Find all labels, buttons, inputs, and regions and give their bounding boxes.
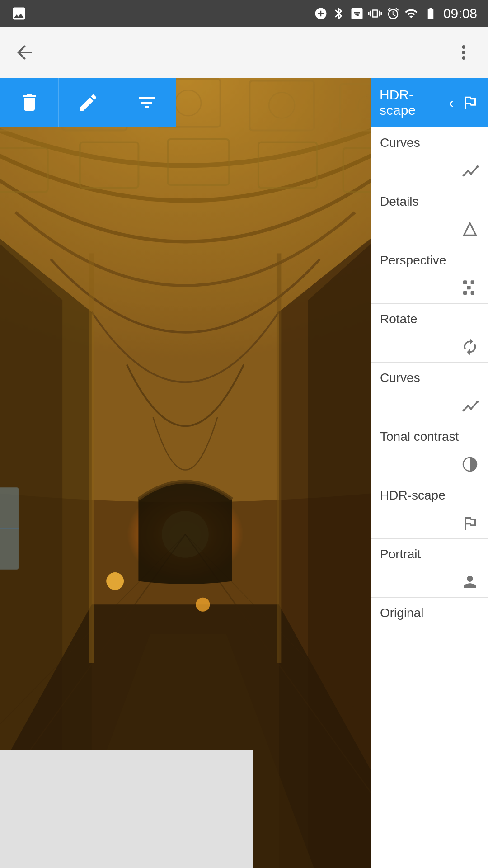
curves-2-icon-area bbox=[380, 396, 479, 415]
photo-icon bbox=[11, 5, 27, 22]
main-content: HDR-scape ‹ Curves bbox=[0, 78, 488, 868]
curves-1-label: Curves bbox=[380, 136, 479, 150]
image-toolbar bbox=[0, 78, 176, 127]
svg-point-31 bbox=[462, 174, 465, 176]
menu-item-curves-2[interactable]: Curves bbox=[371, 363, 488, 421]
menu-item-hdrscape[interactable]: HDR-scape bbox=[371, 480, 488, 539]
hdrscape-header[interactable]: HDR-scape ‹ bbox=[371, 78, 488, 127]
status-time: 09:08 bbox=[443, 6, 477, 21]
menu-item-original[interactable]: Original bbox=[371, 598, 488, 656]
delete-button[interactable] bbox=[0, 78, 59, 127]
details-icon-area bbox=[380, 220, 479, 238]
menu-item-curves-1[interactable]: Curves bbox=[371, 127, 488, 186]
adjust-button[interactable] bbox=[117, 78, 176, 127]
curves-1-icon-area bbox=[380, 161, 479, 179]
svg-point-32 bbox=[467, 170, 469, 172]
nfc-icon bbox=[350, 7, 364, 20]
svg-point-37 bbox=[470, 408, 472, 410]
curves-2-label: Curves bbox=[380, 371, 479, 385]
battery-icon bbox=[422, 7, 439, 20]
svg-point-36 bbox=[467, 405, 469, 407]
hdrscape-title: HDR-scape bbox=[380, 87, 449, 118]
menu-item-details[interactable]: Details bbox=[371, 186, 488, 245]
add-circle-icon bbox=[314, 7, 328, 20]
portrait-icon bbox=[461, 573, 479, 591]
tonal-contrast-icon-area bbox=[380, 455, 479, 473]
hdrscape-menu-icon-area bbox=[380, 514, 479, 532]
delete-icon bbox=[19, 92, 40, 113]
menu-item-rotate[interactable]: Rotate bbox=[371, 304, 488, 363]
perspective-label: Perspective bbox=[380, 253, 479, 268]
hdrscape-label: HDR-scape bbox=[380, 488, 479, 503]
svg-point-35 bbox=[462, 409, 465, 411]
back-arrow-icon bbox=[14, 42, 35, 63]
tonal-contrast-label: Tonal contrast bbox=[380, 429, 479, 444]
curves-1-icon bbox=[461, 161, 479, 179]
alarm-icon bbox=[386, 7, 400, 20]
svg-point-34 bbox=[476, 165, 479, 168]
status-bar-left bbox=[11, 5, 27, 22]
menu-item-portrait[interactable]: Portrait bbox=[371, 539, 488, 598]
hdrscape-header-left: HDR-scape bbox=[380, 87, 449, 118]
details-icon bbox=[461, 220, 479, 238]
tonal-contrast-icon bbox=[461, 455, 479, 473]
app-bar bbox=[0, 27, 488, 78]
rotate-icon bbox=[461, 338, 479, 356]
hdrscape-menu-icon bbox=[461, 514, 479, 532]
status-bar-right: 09:08 bbox=[314, 6, 477, 21]
details-label: Details bbox=[380, 194, 479, 209]
right-panel: HDR-scape ‹ Curves bbox=[371, 78, 488, 868]
perspective-icon bbox=[461, 279, 479, 297]
svg-rect-30 bbox=[0, 78, 371, 868]
edit-button[interactable] bbox=[59, 78, 117, 127]
back-button[interactable] bbox=[11, 39, 38, 66]
effects-menu-list: Curves Details bbox=[371, 127, 488, 868]
arch-svg bbox=[0, 78, 371, 868]
curves-2-icon bbox=[461, 396, 479, 415]
signal-icon bbox=[404, 7, 418, 20]
bottom-gray-area bbox=[0, 750, 253, 868]
menu-item-perspective[interactable]: Perspective bbox=[371, 245, 488, 304]
arch-image bbox=[0, 78, 371, 868]
adjust-sliders-icon bbox=[136, 92, 158, 113]
mountain-icon bbox=[461, 94, 479, 112]
vibrate-icon bbox=[368, 7, 382, 20]
image-area bbox=[0, 78, 371, 868]
menu-item-tonal-contrast[interactable]: Tonal contrast bbox=[371, 421, 488, 480]
overflow-menu-icon bbox=[453, 42, 474, 63]
original-label: Original bbox=[380, 606, 479, 620]
status-bar: 09:08 bbox=[0, 0, 488, 27]
portrait-label: Portrait bbox=[380, 547, 479, 561]
svg-point-38 bbox=[476, 401, 479, 403]
panel-chevron[interactable]: ‹ bbox=[449, 94, 454, 111]
portrait-icon-area bbox=[380, 573, 479, 591]
overflow-menu-button[interactable] bbox=[450, 39, 477, 66]
bluetooth-icon bbox=[332, 7, 346, 20]
perspective-icon-area bbox=[380, 279, 479, 297]
rotate-label: Rotate bbox=[380, 312, 479, 326]
svg-point-33 bbox=[470, 173, 472, 175]
rotate-icon-area bbox=[380, 338, 479, 356]
edit-icon bbox=[77, 92, 99, 113]
